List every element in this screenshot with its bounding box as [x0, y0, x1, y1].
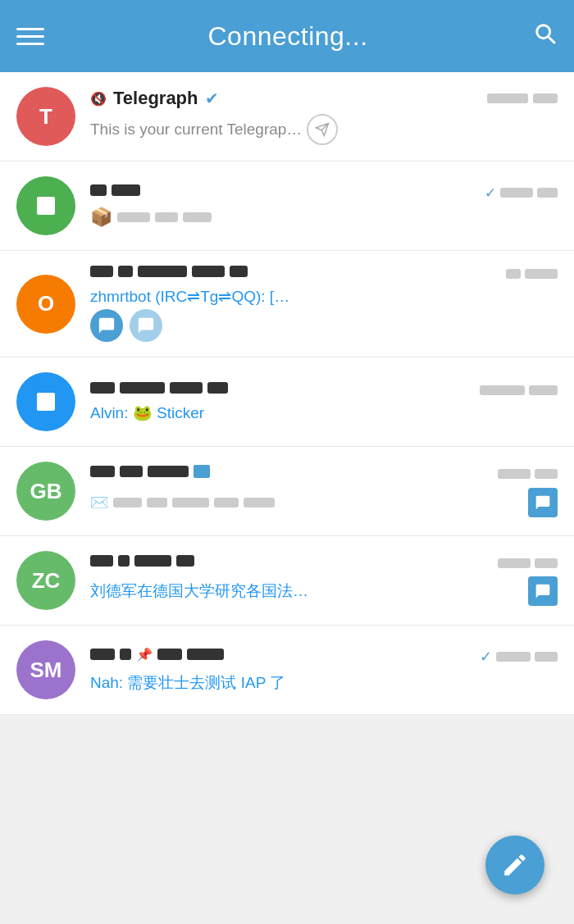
preview-block5: [244, 498, 275, 508]
envelope-icon: ✉️: [90, 494, 108, 512]
time-area: ✓: [480, 648, 558, 666]
time-area: [498, 558, 558, 568]
name-block3: [157, 649, 182, 660]
chat-name: Telegraph: [113, 88, 198, 109]
mute-icon: 🔇: [90, 91, 107, 107]
name-block4: [192, 266, 225, 277]
emoji-icon: 📦: [90, 207, 112, 228]
preview-block3: [183, 212, 212, 222]
chat-content: zhmrtbot (IRC⇌Tg⇌QQ): […: [90, 266, 558, 342]
checkmark-icon: ✓: [480, 648, 492, 666]
chat-header: [90, 555, 558, 571]
avatar-shape: [37, 197, 55, 215]
name-block3: [148, 466, 189, 477]
unread-icon: [90, 309, 123, 342]
avatar-letter: SM: [30, 658, 62, 683]
chat-content: Alvin: 🐸 Sticker: [90, 382, 558, 422]
time-block: [496, 652, 531, 662]
action-icon: [528, 576, 558, 606]
name-row: 📌: [90, 647, 480, 662]
name-block5: [230, 266, 248, 277]
unread-icon2: [130, 309, 162, 342]
name-block1: [90, 466, 115, 477]
preview-row: 📦: [90, 207, 558, 228]
chat-list: T 🔇 Telegraph ✔ This is your current Tel…: [0, 72, 574, 715]
verified-badge: ✔: [205, 89, 219, 108]
avatar: GB: [16, 462, 75, 521]
avatar-shape: [37, 393, 55, 411]
chat-preview: Nah: 需要壮士去测试 IAP 了: [90, 672, 285, 694]
time-redacted2: [533, 93, 558, 103]
search-button[interactable]: [531, 20, 558, 52]
name-block3: [170, 382, 203, 394]
name-block1: [90, 382, 115, 394]
preview-row: Alvin: 🐸 Sticker: [90, 403, 558, 422]
chat-preview: zhmrtbot (IRC⇌Tg⇌QQ): […: [90, 287, 289, 306]
preview-block3: [172, 498, 209, 508]
meta-row: [90, 309, 558, 342]
chat-preview: Alvin: 🐸 Sticker: [90, 403, 204, 422]
chat-content: 刘德军在德国大学研究各国法…: [90, 555, 558, 606]
chat-preview: 刘德军在德国大学研究各国法…: [90, 580, 308, 602]
chat-header: [90, 266, 558, 282]
chat-header: [90, 465, 558, 483]
name-block2: [120, 382, 165, 394]
compose-fab[interactable]: [485, 835, 544, 894]
avatar: T: [16, 87, 75, 146]
name-block4: [176, 555, 194, 567]
time-block: [480, 385, 525, 395]
time-block2: [535, 652, 558, 662]
chat-content: ✓ 📦: [90, 184, 558, 228]
chat-content: 🔇 Telegraph ✔ This is your current Teleg…: [90, 88, 558, 145]
chat-header: 📌 ✓: [90, 647, 558, 667]
avatar-letter: GB: [30, 479, 62, 504]
avatar: SM: [16, 640, 75, 699]
name-block1: [90, 266, 113, 277]
name-row: [90, 382, 480, 394]
chat-item[interactable]: ✓ 📦: [0, 162, 574, 251]
time-area: ✓: [485, 184, 558, 202]
chat-item[interactable]: ZC 刘德军在德国大学研究各国法…: [0, 536, 574, 626]
chat-item[interactable]: GB ✉️: [0, 447, 574, 536]
name-block3: [138, 266, 187, 277]
action-icon: [528, 488, 558, 517]
name-block4: [187, 649, 224, 660]
preview-block4: [214, 498, 239, 508]
compose-icon: [501, 851, 529, 879]
avatar-letter: ZC: [32, 568, 61, 594]
preview-row: Nah: 需要壮士去测试 IAP 了: [90, 672, 558, 694]
avatar: [16, 372, 75, 431]
time-area: [498, 469, 558, 479]
time-block: [498, 469, 531, 479]
menu-button[interactable]: [16, 28, 44, 45]
chat-item[interactable]: Alvin: 🐸 Sticker: [0, 357, 574, 447]
chat-content: 📌 ✓ Nah: 需要壮士去测试 IAP 了: [90, 647, 558, 694]
name-block1: [90, 555, 113, 567]
chat-item[interactable]: O zhmrtbot (IRC⇌Tg⇌QQ): […: [0, 251, 574, 357]
name-block4: [194, 465, 210, 478]
chat-name-row: 🔇 Telegraph ✔: [90, 88, 487, 109]
preview-block2: [147, 498, 167, 508]
chat-header: [90, 382, 558, 398]
name-row: [90, 184, 485, 196]
time-redacted: [487, 93, 528, 103]
pin-icon: 📌: [136, 647, 153, 662]
time-block2: [535, 469, 558, 479]
avatar: O: [16, 275, 75, 334]
preview-row: zhmrtbot (IRC⇌Tg⇌QQ): […: [90, 287, 558, 306]
checkmark-icon: ✓: [485, 184, 496, 202]
name-block1: [90, 649, 115, 660]
avatar: [16, 176, 75, 235]
chat-time-area: [487, 93, 558, 103]
share-icon: [307, 114, 338, 145]
time-area: [506, 269, 558, 279]
chat-item[interactable]: T 🔇 Telegraph ✔ This is your current Tel…: [0, 72, 574, 162]
time-block2: [529, 385, 558, 395]
preview-block1: [117, 212, 150, 222]
preview-block1: [113, 498, 142, 508]
time-block2: [535, 558, 558, 568]
name-block2: [112, 184, 140, 196]
preview-block2: [155, 212, 178, 222]
chat-item[interactable]: SM 📌 ✓ Nah: 需要壮士去测试 IAP 了: [0, 626, 574, 715]
topbar: Connecting...: [0, 0, 574, 72]
